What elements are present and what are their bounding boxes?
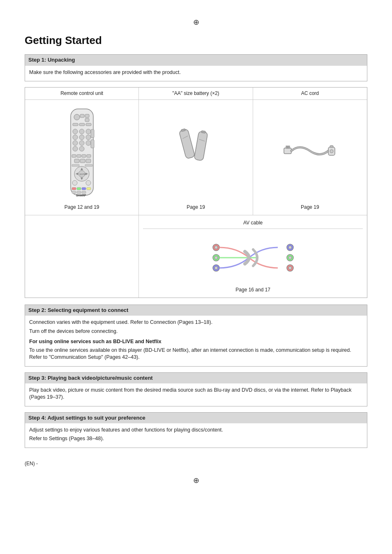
step1-section: Step 1: Unpacking Make sure the followin…: [25, 54, 367, 81]
step4-body: Adjust settings to enjoy various feature…: [25, 423, 367, 448]
svg-point-65: [214, 266, 218, 270]
step4-body1: Adjust settings to enjoy various feature…: [29, 427, 363, 434]
svg-rect-7: [86, 123, 91, 126]
svg-point-38: [86, 180, 91, 185]
step1-body: Make sure the following accessories are …: [25, 66, 367, 81]
step2-section: Step 2: Selecting equipment to connect C…: [25, 305, 367, 367]
acc-cell-av-cable: AV cable: [139, 215, 367, 298]
svg-rect-26: [80, 159, 85, 163]
svg-rect-44: [77, 191, 81, 194]
svg-point-59: [330, 150, 333, 153]
svg-rect-29: [85, 164, 92, 166]
svg-point-17: [73, 146, 78, 151]
step3-body-text: Play back video, picture or music conten…: [29, 387, 363, 401]
battery-page-ref: Page 19: [187, 204, 205, 211]
svg-rect-40: [77, 187, 81, 190]
av-cable-svg: [212, 237, 294, 278]
svg-rect-20: [91, 140, 94, 148]
acc-header-ac: AC cord: [253, 88, 367, 99]
acc-header-battery: "AA" size battery (×2): [139, 88, 253, 99]
step1-intro: Make sure the following accessories are …: [29, 69, 363, 76]
svg-rect-2: [80, 114, 84, 118]
svg-rect-41: [82, 187, 86, 190]
svg-rect-5: [73, 123, 78, 126]
svg-rect-3: [85, 114, 89, 118]
svg-rect-48: [179, 129, 195, 159]
svg-text:BD PLAYER: BD PLAYER: [75, 197, 90, 197]
step2-bold-label: For using online services such as BD-LIV…: [29, 338, 363, 346]
svg-rect-21: [72, 155, 76, 157]
svg-rect-22: [77, 155, 81, 157]
svg-point-14: [73, 141, 78, 145]
svg-point-16: [86, 141, 91, 145]
svg-point-61: [214, 246, 218, 249]
svg-rect-24: [87, 155, 91, 157]
av-cable-page-ref: Page 16 and 17: [235, 286, 270, 293]
remote-page-ref: Page 12 and 19: [65, 204, 99, 211]
footer-page-label: (EN) -: [25, 460, 367, 467]
svg-point-8: [73, 129, 78, 134]
svg-point-63: [214, 256, 218, 259]
svg-rect-43: [72, 191, 76, 194]
svg-rect-42: [87, 187, 91, 190]
step2-body: Connection varies with the equipment use…: [25, 316, 367, 366]
battery-svg: [179, 125, 212, 179]
svg-point-18: [79, 146, 84, 151]
ac-cord-page-ref: Page 19: [301, 204, 319, 211]
bottom-registration-mark: ⊕: [25, 476, 367, 486]
step2-body3: To use the online services available on …: [29, 347, 363, 361]
step3-body: Play back video, picture or music conten…: [25, 383, 367, 406]
av-cable-image: [212, 232, 294, 283]
svg-text:SHARP: SHARP: [76, 194, 86, 197]
svg-rect-52: [201, 131, 206, 134]
step4-header: Step 4: Adjust settings to suit your pre…: [25, 413, 367, 423]
av-cable-label: AV cable: [143, 219, 363, 229]
av-cable-row: AV cable: [25, 215, 367, 298]
svg-rect-4: [85, 118, 89, 122]
acc-header-remote: Remote control unit: [25, 88, 139, 99]
acc-cell-remote: ENTER: [25, 100, 139, 215]
step2-body2: Turn off the devices before connecting.: [29, 328, 363, 335]
ac-cord-svg: [283, 136, 337, 169]
step4-body2: Refer to Settings (Pages 38–48).: [29, 435, 363, 443]
battery-image: [179, 104, 212, 201]
bottom-cross-icon: ⊕: [193, 476, 199, 486]
svg-rect-45: [82, 191, 86, 194]
remote-control-svg: ENTER: [65, 107, 99, 197]
step4-section: Step 4: Adjust settings to suit your pre…: [25, 412, 367, 448]
svg-point-1: [74, 114, 80, 120]
acc-cell-ac-cord: Page 19: [253, 100, 367, 215]
svg-point-9: [79, 129, 84, 134]
svg-rect-23: [82, 155, 86, 157]
acc-empty-1: [25, 215, 139, 298]
top-registration-mark: ⊕: [25, 16, 367, 29]
step3-section: Step 3: Playing back video/picture/music…: [25, 372, 367, 406]
svg-rect-56: [288, 146, 290, 148]
svg-rect-58: [330, 145, 333, 148]
svg-point-15: [79, 141, 84, 145]
svg-rect-54: [284, 148, 291, 154]
svg-point-13: [86, 135, 91, 140]
svg-rect-27: [86, 159, 91, 163]
page-title: Getting Started: [25, 33, 367, 48]
accessories-table: Remote control unit "AA" size battery (×…: [25, 87, 367, 298]
svg-point-69: [288, 256, 292, 259]
svg-rect-51: [194, 131, 208, 161]
svg-rect-19: [91, 129, 94, 138]
svg-rect-28: [72, 164, 79, 166]
svg-rect-25: [74, 159, 79, 163]
step2-body1: Connection varies with the equipment use…: [29, 319, 363, 326]
step2-header: Step 2: Selecting equipment to connect: [25, 305, 367, 316]
svg-point-11: [73, 135, 78, 140]
remote-image: ENTER: [65, 104, 99, 201]
svg-point-37: [72, 180, 77, 185]
svg-rect-6: [79, 123, 85, 126]
svg-point-12: [79, 135, 84, 140]
step3-header: Step 3: Playing back video/picture/music…: [25, 373, 367, 383]
svg-point-67: [288, 246, 292, 249]
svg-rect-39: [72, 187, 76, 190]
svg-point-10: [86, 129, 91, 134]
cross-icon: ⊕: [193, 17, 199, 28]
ac-cord-image: [283, 104, 337, 201]
acc-cell-battery: Page 19: [139, 100, 253, 215]
